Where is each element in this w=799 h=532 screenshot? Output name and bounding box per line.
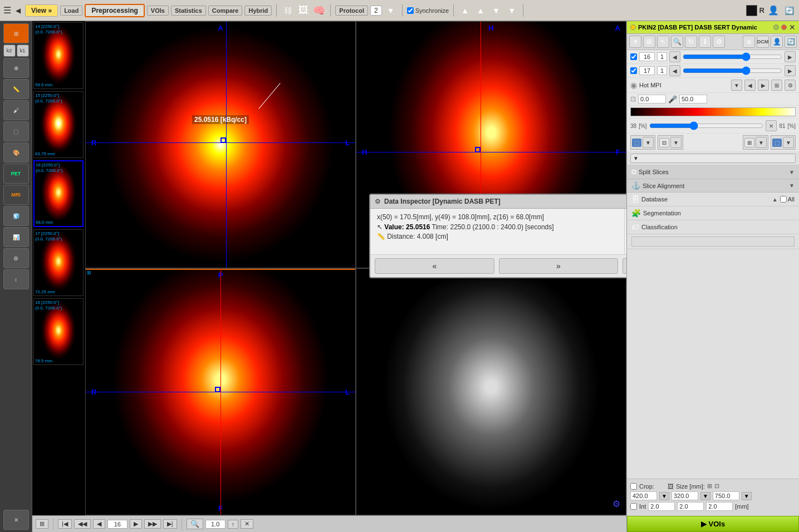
pb-prev-btn[interactable]: ◀◀	[74, 519, 91, 529]
pkin-close-btn[interactable]: ✕	[789, 23, 796, 32]
synchronize-check[interactable]	[407, 7, 414, 14]
pb-ffwd-btn[interactable]: ▶▶	[144, 519, 161, 529]
disp-btn2[interactable]: ⊟	[659, 138, 669, 147]
rp-person-icon[interactable]: 👤	[771, 36, 783, 48]
crop-x[interactable]	[630, 491, 657, 500]
rp-refresh-icon[interactable]: 🔄	[785, 36, 797, 48]
crop-check[interactable]	[630, 483, 637, 490]
di-prev-btn[interactable]: «	[375, 258, 494, 274]
lt-close-btn[interactable]: ✕	[3, 510, 29, 530]
lt-arrow-btn[interactable]: ↕	[3, 269, 29, 289]
slice-alignment-row[interactable]: ⚓ Slice Alignment ▼	[627, 179, 799, 193]
hybrid-button[interactable]: Hybrid	[244, 6, 272, 16]
slider1-val[interactable]	[657, 52, 667, 61]
lt-crosshair-btn[interactable]: ⊕	[3, 58, 29, 78]
rp-menu-icon[interactable]: ≡	[743, 36, 755, 48]
filmstrip-item-5[interactable]: 18 [2250.0°] (0.0, 7200.0°) 76.5 mm	[33, 298, 84, 365]
panel-bottom-right[interactable]: ⚙	[356, 268, 626, 515]
rp-cursor-icon[interactable]: ↖	[657, 36, 669, 48]
nav-back-icon[interactable]: ◀	[16, 7, 21, 14]
colormap-settings[interactable]: ⚙	[785, 80, 796, 91]
panel-bottom-left[interactable]: P F R L ⊞	[85, 268, 356, 515]
disp-btn3[interactable]: ⊞	[744, 138, 754, 147]
colormap-dropdown[interactable]: ▼	[731, 80, 742, 91]
max-input[interactable]	[679, 95, 707, 104]
disp-dd4[interactable]: ▼	[783, 137, 794, 148]
crop-y[interactable]	[671, 491, 698, 500]
lt-stats-btn[interactable]: 📊	[3, 227, 29, 247]
lt-mri-btn[interactable]: MRI	[3, 185, 29, 205]
slider1-left[interactable]: ◀	[669, 51, 680, 62]
database-row[interactable]: 🗄 Database ▲ All	[627, 193, 799, 206]
person-icon[interactable]: 👤	[767, 4, 780, 17]
filmstrip-item-1[interactable]: 14 [2250.0°] (0.0, 7200.0°) 59.5 mm	[33, 22, 84, 89]
statistics-button[interactable]: Statistics	[171, 6, 206, 16]
slider1-check[interactable]	[630, 53, 637, 60]
zoom-input[interactable]	[205, 520, 226, 529]
down-icon2[interactable]: ▼	[505, 4, 518, 17]
pb-close2-btn[interactable]: ✕	[241, 519, 253, 529]
filmstrip-item-3[interactable]: 16 [2250.0°] (0.0, 7200.0°) 68.0 mm	[33, 160, 84, 227]
slider2-num[interactable]	[639, 66, 655, 75]
pb-layout-btn[interactable]: ⊞	[36, 519, 48, 529]
disp-dd1[interactable]: ▼	[643, 137, 654, 148]
crop-x-dd[interactable]: ▼	[659, 492, 669, 500]
slider2-range[interactable]	[683, 67, 782, 75]
colormap-right[interactable]: ▶	[758, 80, 769, 91]
rp-rotate-icon[interactable]: ↻	[685, 36, 697, 48]
hamburger-icon[interactable]: ☰	[3, 5, 11, 16]
slider2-check[interactable]	[630, 67, 637, 74]
frame-input[interactable]	[107, 520, 128, 529]
compare-button[interactable]: Compare	[208, 6, 243, 16]
filmstrip-item-4[interactable]: 17 [2250.0°] (0.0, 7200.0°) 72.25 mm	[33, 229, 84, 296]
k1-btn[interactable]: k1	[17, 45, 29, 57]
segmentation-row[interactable]: 🧩 Segmentation	[627, 206, 799, 220]
lt-pet-btn[interactable]: PET	[3, 164, 29, 184]
int-check[interactable]	[630, 503, 637, 510]
slider2-left[interactable]: ◀	[669, 65, 680, 76]
colormap-left[interactable]: ◀	[744, 80, 756, 91]
view-button[interactable]: View »	[25, 4, 58, 17]
all-check[interactable]	[780, 196, 787, 203]
disp-dd2[interactable]: ▼	[670, 137, 682, 148]
rp-grid-icon[interactable]: ⊞	[643, 36, 655, 48]
min-input[interactable]	[638, 95, 666, 104]
refresh-icon[interactable]: 🔄	[782, 4, 796, 17]
slider2-val[interactable]	[657, 66, 667, 75]
panel-top-left[interactable]: A R L 25.0516 [kBq/cc]	[85, 21, 356, 268]
lt-color-btn[interactable]: 🎨	[3, 142, 29, 162]
lt-select-btn[interactable]: ⬚	[3, 121, 29, 141]
disp-btn1[interactable]: ⬚	[632, 139, 641, 147]
rp-dcm-icon[interactable]: DCM	[757, 36, 769, 48]
pct-clear[interactable]: ✕	[766, 120, 777, 131]
up-icon2[interactable]: ▲	[474, 4, 487, 17]
pb-start-btn[interactable]: |◀	[58, 519, 72, 529]
dropdown-icon[interactable]: ▼	[384, 4, 398, 17]
brain-icon[interactable]: 🧠	[312, 4, 326, 17]
lt-measure-btn[interactable]: 📏	[3, 79, 29, 99]
load-button[interactable]: Load	[60, 6, 82, 16]
rp-info-icon[interactable]: ℹ	[699, 36, 711, 48]
int-y[interactable]	[677, 502, 704, 511]
black-square-icon[interactable]	[746, 5, 757, 16]
lt-3d-btn[interactable]: 🧊	[3, 206, 29, 226]
pb-back-btn[interactable]: ◀	[93, 519, 105, 529]
pb-end-btn[interactable]: ▶|	[163, 519, 177, 529]
slider2-right[interactable]: ▶	[785, 65, 796, 76]
crop-y-dd[interactable]: ▼	[700, 492, 710, 500]
disp-btn4[interactable]: ⬚	[772, 139, 782, 147]
pb-zoom-reset-btn[interactable]: ↑	[228, 520, 239, 529]
di-close-btn[interactable]: ✕ Close	[622, 258, 626, 274]
crop-z[interactable]	[713, 491, 739, 500]
colormap-expand[interactable]: ⊞	[771, 80, 782, 91]
lt-config-btn[interactable]: ⚙	[3, 248, 29, 268]
di-next-btn[interactable]: »	[499, 258, 619, 274]
int-z[interactable]	[706, 502, 733, 511]
pb-zoom-out-btn[interactable]: 🔍	[187, 519, 203, 529]
bottom-dd-btn[interactable]: ▼	[630, 154, 796, 163]
int-x[interactable]	[648, 502, 675, 511]
preprocessing-button[interactable]: Preprocessing	[85, 4, 144, 17]
rp-settings-icon[interactable]: ⚙	[713, 36, 725, 48]
split-slices-row[interactable]: ⧉ Split Slices ▼	[627, 165, 799, 179]
slider1-num[interactable]	[639, 52, 655, 61]
